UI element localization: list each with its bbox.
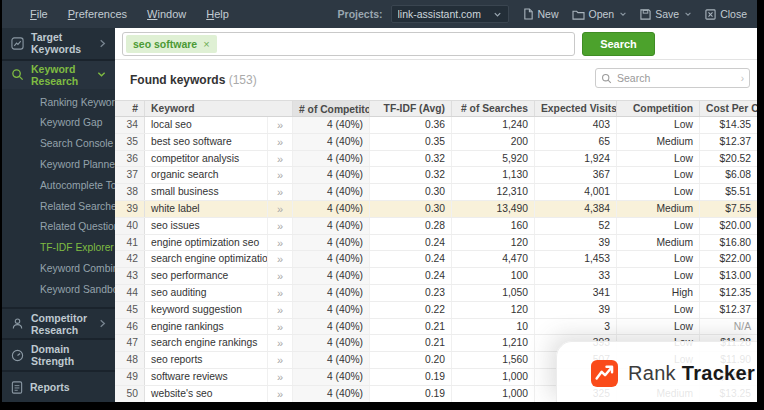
menu-item-window[interactable]: Window <box>147 8 186 20</box>
expand-keyword-button[interactable]: » <box>268 319 293 335</box>
column-header-searches[interactable]: # of Searches <box>452 101 535 116</box>
sidebar-subitem-related-searches[interactable]: Related Searches <box>2 197 115 218</box>
searches-cell: 1,240 <box>452 117 535 133</box>
column-header-competition[interactable]: Competition <box>617 101 700 116</box>
column-header-competitors[interactable]: # of Competitors ▼ <box>293 101 370 116</box>
menu-item-help[interactable]: Help <box>206 8 229 20</box>
menu-item-file[interactable]: File <box>30 8 48 20</box>
sidebar-subitem-keyword-gap[interactable]: Keyword Gap <box>2 113 115 134</box>
chevron-down-icon[interactable] <box>684 10 692 18</box>
competitors-cell: 4 (40%) <box>293 319 370 335</box>
column-header-expected-visits[interactable]: Expected Visits <box>535 101 617 116</box>
search-button[interactable]: Search <box>582 32 655 56</box>
filter-placeholder: Search <box>617 72 736 84</box>
keyword-cell[interactable]: local seo <box>145 117 268 133</box>
keyword-cell[interactable]: engine optimization seo <box>145 235 268 251</box>
expand-keyword-button[interactable]: » <box>268 352 293 368</box>
expand-keyword-button[interactable]: » <box>268 251 293 267</box>
expand-keyword-button[interactable]: » <box>268 369 293 385</box>
expand-keyword-button[interactable]: » <box>268 285 293 301</box>
keyword-cell[interactable]: software reviews <box>145 369 268 385</box>
expand-keyword-button[interactable]: » <box>268 268 293 284</box>
keyword-cell[interactable]: search engine rankings <box>145 335 268 351</box>
table-row[interactable]: 46engine rankings»4 (40%)0.21103LowN/A <box>115 319 757 336</box>
table-row[interactable]: 42search engine optimization seo»4 (40%)… <box>115 251 757 268</box>
expand-keyword-button[interactable]: » <box>268 235 293 251</box>
keyword-cell[interactable]: organic search <box>145 167 268 183</box>
expected-visits-cell: 1,453 <box>535 251 617 267</box>
keyword-cell[interactable]: small business <box>145 184 268 200</box>
project-select[interactable]: link-assistant.com <box>391 5 509 23</box>
table-row[interactable]: 40seo issues»4 (40%)0.2816052Low$20.00 <box>115 218 757 235</box>
searches-cell: 1,000 <box>452 369 535 385</box>
keyword-cell[interactable]: competitor analysis <box>145 151 268 167</box>
save-button[interactable]: Save <box>640 8 692 20</box>
sidebar-item-competitor-research[interactable]: Competitor Research <box>2 307 115 339</box>
expand-keyword-button[interactable]: » <box>268 184 293 200</box>
tfidf-cell: 0.23 <box>370 285 452 301</box>
expand-keyword-button[interactable]: » <box>268 201 293 217</box>
keyword-cell[interactable]: seo reports <box>145 352 268 368</box>
column-header-keyword[interactable]: Keyword <box>145 101 293 116</box>
competitors-cell: 4 (40%) <box>293 369 370 385</box>
expected-visits-cell: 4,001 <box>535 184 617 200</box>
expand-keyword-button[interactable]: » <box>268 117 293 133</box>
sidebar-subitem-keyword-combinations[interactable]: Keyword Combinations <box>2 259 115 280</box>
menu-item-preferences[interactable]: Preferences <box>68 8 127 20</box>
expected-visits-cell: 367 <box>535 167 617 183</box>
keyword-cell[interactable]: engine rankings <box>145 319 268 335</box>
sidebar-subitem-keyword-sandbox[interactable]: Keyword Sandbox <box>2 280 115 301</box>
table-row[interactable]: 44seo auditing»4 (40%)0.231,050341High$1… <box>115 285 757 302</box>
new-button[interactable]: New <box>523 8 559 20</box>
keyword-tags-input[interactable]: seo software × <box>122 32 575 56</box>
keyword-cell[interactable]: seo auditing <box>145 285 268 301</box>
sidebar-subitem-autocomplete-tools[interactable]: Autocomplete Tools <box>2 176 115 197</box>
rank-tracker-wordmark: Rank Tracker <box>628 362 755 385</box>
rank-tracker-window: FilePreferencesWindowHelp Projects: link… <box>0 0 764 410</box>
sidebar-item-reports[interactable]: Reports <box>2 370 115 402</box>
keyword-cell[interactable]: search engine optimization seo <box>145 251 268 267</box>
sidebar-item-target-keywords[interactable]: Target Keywords <box>2 28 115 61</box>
expand-keyword-button[interactable]: » <box>268 167 293 183</box>
expand-keyword-button[interactable]: » <box>268 335 293 351</box>
table-row[interactable]: 43seo performance»4 (40%)0.2410033Low$13… <box>115 268 757 285</box>
table-row[interactable]: 41engine optimization seo»4 (40%)0.24120… <box>115 235 757 252</box>
open-button[interactable]: Open <box>572 8 628 20</box>
sidebar-subitem-search-console[interactable]: Search Console <box>2 134 115 155</box>
expand-keyword-button[interactable]: » <box>268 386 293 402</box>
sidebar-item-domain-strength[interactable]: Domain Strength <box>2 338 115 370</box>
column-header-number[interactable]: # <box>115 101 145 116</box>
searches-cell: 10 <box>452 319 535 335</box>
table-row[interactable]: 36competitor analysis»4 (40%)0.325,9201,… <box>115 151 757 168</box>
column-header-cost-per-click[interactable]: Cost Per Click <box>700 101 757 116</box>
search-icon <box>11 68 24 81</box>
keyword-cell[interactable]: seo issues <box>145 218 268 234</box>
keyword-cell[interactable]: white label <box>145 201 268 217</box>
table-row[interactable]: 39white label»4 (40%)0.3013,4904,384Medi… <box>115 201 757 218</box>
sidebar-subitem-keyword-planner[interactable]: Keyword Planner <box>2 155 115 176</box>
expand-keyword-button[interactable]: » <box>268 218 293 234</box>
keyword-cell[interactable]: best seo software <box>145 134 268 150</box>
searches-cell: 200 <box>452 134 535 150</box>
table-row[interactable]: 37organic search»4 (40%)0.321,130367Low$… <box>115 167 757 184</box>
keyword-cell[interactable]: keyword suggestion <box>145 302 268 318</box>
competition-cell: Medium <box>617 201 700 217</box>
sidebar-subitem-ranking-keywords[interactable]: Ranking Keywords <box>2 93 115 114</box>
expand-keyword-button[interactable]: » <box>268 134 293 150</box>
table-filter-input[interactable]: Search › <box>595 68 750 88</box>
table-row[interactable]: 45keyword suggestion»4 (40%)0.2212039Low… <box>115 302 757 319</box>
table-row[interactable]: 38small business»4 (40%)0.3012,3104,001L… <box>115 184 757 201</box>
sidebar-item-keyword-research[interactable]: Keyword Research <box>2 61 115 89</box>
expand-keyword-button[interactable]: » <box>268 151 293 167</box>
table-row[interactable]: 34local seo»4 (40%)0.361,240403Low$14.35 <box>115 117 757 134</box>
expand-keyword-button[interactable]: » <box>268 302 293 318</box>
chevron-down-icon[interactable] <box>619 10 627 18</box>
keyword-cell[interactable]: seo performance <box>145 268 268 284</box>
sidebar-subitem-related-questions[interactable]: Related Questions <box>2 217 115 238</box>
close-button[interactable]: Close <box>705 8 747 20</box>
remove-tag-icon[interactable]: × <box>203 38 209 50</box>
keyword-cell[interactable]: website's seo <box>145 386 268 402</box>
sidebar-subitem-tf-idf-explorer[interactable]: TF-IDF Explorer <box>2 238 115 259</box>
table-row[interactable]: 35best seo software»4 (40%)0.3520065Medi… <box>115 134 757 151</box>
column-header-tfidf[interactable]: TF-IDF (Avg) <box>370 101 452 116</box>
